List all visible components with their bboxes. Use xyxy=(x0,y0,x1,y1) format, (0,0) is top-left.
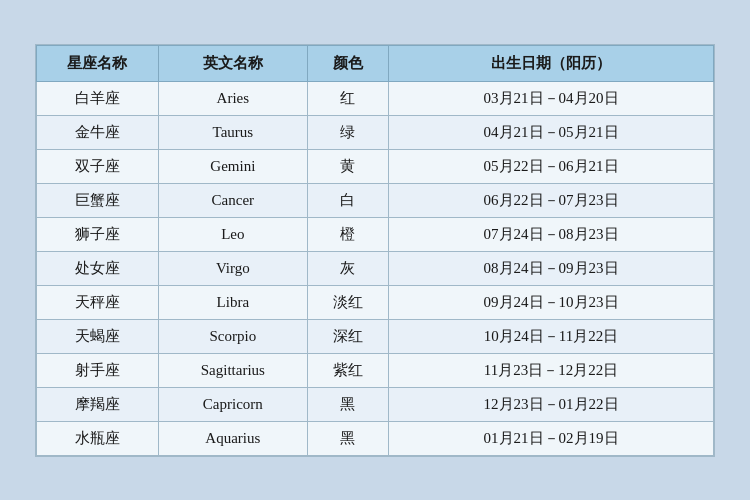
cell-chinese: 水瓶座 xyxy=(37,421,159,455)
cell-date: 03月21日－04月20日 xyxy=(389,81,714,115)
cell-date: 12月23日－01月22日 xyxy=(389,387,714,421)
cell-date: 05月22日－06月21日 xyxy=(389,149,714,183)
cell-english: Taurus xyxy=(158,115,307,149)
header-chinese: 星座名称 xyxy=(37,45,159,81)
header-english: 英文名称 xyxy=(158,45,307,81)
cell-chinese: 狮子座 xyxy=(37,217,159,251)
table-row: 水瓶座Aquarius黑01月21日－02月19日 xyxy=(37,421,714,455)
cell-color: 深红 xyxy=(307,319,388,353)
cell-date: 08月24日－09月23日 xyxy=(389,251,714,285)
table-header-row: 星座名称 英文名称 颜色 出生日期（阳历） xyxy=(37,45,714,81)
cell-color: 淡红 xyxy=(307,285,388,319)
cell-english: Virgo xyxy=(158,251,307,285)
table-row: 狮子座Leo橙07月24日－08月23日 xyxy=(37,217,714,251)
cell-date: 01月21日－02月19日 xyxy=(389,421,714,455)
table-row: 天蝎座Scorpio深红10月24日－11月22日 xyxy=(37,319,714,353)
cell-date: 06月22日－07月23日 xyxy=(389,183,714,217)
table-row: 处女座Virgo灰08月24日－09月23日 xyxy=(37,251,714,285)
cell-chinese: 射手座 xyxy=(37,353,159,387)
cell-color: 黑 xyxy=(307,387,388,421)
cell-color: 红 xyxy=(307,81,388,115)
cell-date: 09月24日－10月23日 xyxy=(389,285,714,319)
cell-chinese: 双子座 xyxy=(37,149,159,183)
table-row: 摩羯座Capricorn黑12月23日－01月22日 xyxy=(37,387,714,421)
cell-chinese: 摩羯座 xyxy=(37,387,159,421)
cell-date: 10月24日－11月22日 xyxy=(389,319,714,353)
cell-english: Cancer xyxy=(158,183,307,217)
cell-chinese: 天蝎座 xyxy=(37,319,159,353)
cell-english: Leo xyxy=(158,217,307,251)
cell-color: 黑 xyxy=(307,421,388,455)
cell-english: Libra xyxy=(158,285,307,319)
cell-date: 11月23日－12月22日 xyxy=(389,353,714,387)
header-color: 颜色 xyxy=(307,45,388,81)
table-body: 白羊座Aries红03月21日－04月20日金牛座Taurus绿04月21日－0… xyxy=(37,81,714,455)
cell-english: Scorpio xyxy=(158,319,307,353)
cell-color: 黄 xyxy=(307,149,388,183)
header-date: 出生日期（阳历） xyxy=(389,45,714,81)
cell-chinese: 巨蟹座 xyxy=(37,183,159,217)
cell-english: Aquarius xyxy=(158,421,307,455)
table-row: 射手座Sagittarius紫红11月23日－12月22日 xyxy=(37,353,714,387)
cell-color: 灰 xyxy=(307,251,388,285)
cell-color: 绿 xyxy=(307,115,388,149)
table-row: 天秤座Libra淡红09月24日－10月23日 xyxy=(37,285,714,319)
table-row: 金牛座Taurus绿04月21日－05月21日 xyxy=(37,115,714,149)
cell-english: Sagittarius xyxy=(158,353,307,387)
cell-color: 白 xyxy=(307,183,388,217)
zodiac-table: 星座名称 英文名称 颜色 出生日期（阳历） 白羊座Aries红03月21日－04… xyxy=(36,45,714,456)
table-row: 双子座Gemini黄05月22日－06月21日 xyxy=(37,149,714,183)
table-row: 白羊座Aries红03月21日－04月20日 xyxy=(37,81,714,115)
cell-color: 橙 xyxy=(307,217,388,251)
table-row: 巨蟹座Cancer白06月22日－07月23日 xyxy=(37,183,714,217)
cell-color: 紫红 xyxy=(307,353,388,387)
cell-english: Gemini xyxy=(158,149,307,183)
zodiac-table-container: 星座名称 英文名称 颜色 出生日期（阳历） 白羊座Aries红03月21日－04… xyxy=(35,44,715,457)
cell-chinese: 金牛座 xyxy=(37,115,159,149)
cell-date: 04月21日－05月21日 xyxy=(389,115,714,149)
cell-chinese: 处女座 xyxy=(37,251,159,285)
cell-english: Aries xyxy=(158,81,307,115)
cell-date: 07月24日－08月23日 xyxy=(389,217,714,251)
cell-english: Capricorn xyxy=(158,387,307,421)
cell-chinese: 天秤座 xyxy=(37,285,159,319)
cell-chinese: 白羊座 xyxy=(37,81,159,115)
